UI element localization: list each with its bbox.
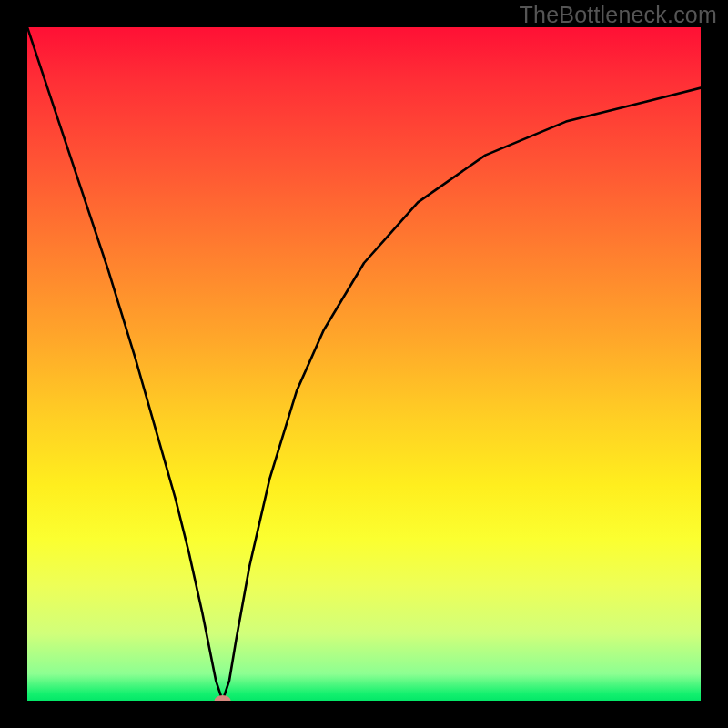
curve-svg <box>27 27 701 701</box>
plot-area <box>27 27 701 701</box>
chart-frame: TheBottleneck.com <box>0 0 728 728</box>
optimum-marker <box>215 695 231 701</box>
watermark-text: TheBottleneck.com <box>520 2 717 28</box>
bottleneck-curve <box>27 27 701 701</box>
